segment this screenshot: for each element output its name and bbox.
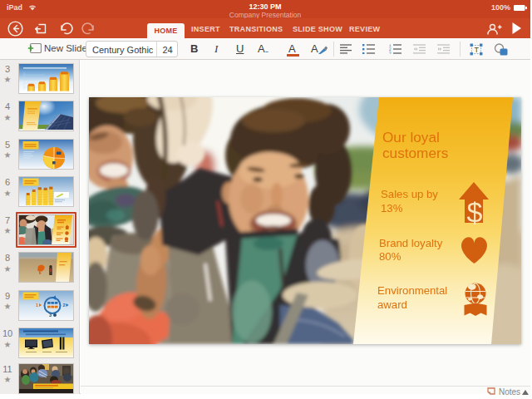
svg-text:Brand loyalty: Brand loyalty: [379, 237, 443, 249]
svg-text:Environmental: Environmental: [377, 284, 447, 297]
svg-text:Our loyal: Our loyal: [382, 129, 440, 145]
svg-text:award: award: [377, 298, 407, 311]
svg-text:3: 3: [389, 52, 392, 54]
svg-text:customers: customers: [382, 145, 448, 161]
svg-text:Sales up by: Sales up by: [381, 188, 438, 200]
svg-text:T: T: [474, 46, 479, 54]
svg-text:1: 1: [36, 303, 38, 308]
svg-text:13%: 13%: [381, 202, 403, 214]
svg-text:80%: 80%: [379, 250, 401, 263]
svg-text:2: 2: [63, 303, 66, 308]
svg-text:3: 3: [49, 313, 52, 318]
svg-text:$: $: [467, 196, 483, 228]
